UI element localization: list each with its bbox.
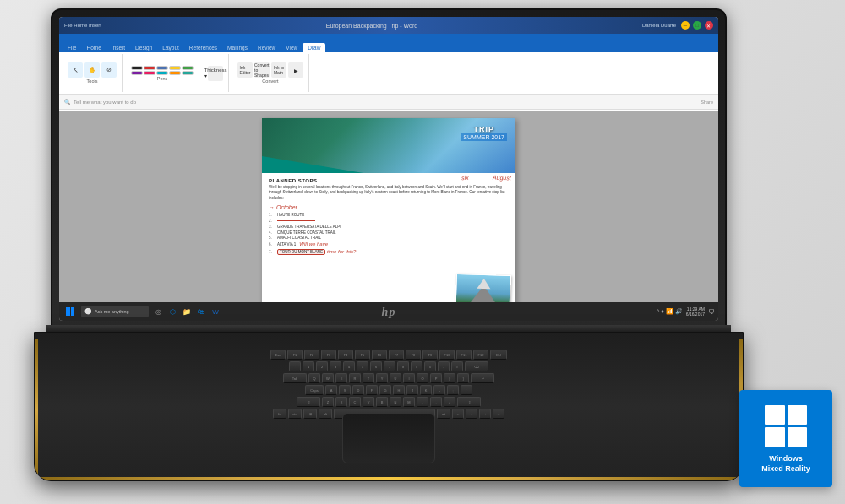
pen-yellow[interactable] [169, 66, 181, 70]
taskbar-cortana[interactable]: ◎ [152, 306, 164, 317]
key-f2[interactable]: F2 [304, 350, 319, 360]
key-minus[interactable]: - [438, 361, 450, 371]
key-x[interactable]: X [335, 397, 347, 407]
key-z[interactable]: Z [322, 397, 334, 407]
pen-purple[interactable] [131, 71, 143, 75]
key-fn-left[interactable]: fn [273, 409, 286, 419]
key-n[interactable]: N [390, 397, 401, 407]
key-slash[interactable]: / [444, 397, 455, 407]
tab-insert[interactable]: Insert [106, 43, 130, 52]
key-quote[interactable]: ' [461, 385, 472, 395]
maximize-button[interactable]: □ [693, 21, 701, 30]
key-1[interactable]: 1 [303, 361, 314, 371]
key-p[interactable]: P [430, 373, 442, 383]
key-8[interactable]: 8 [397, 361, 409, 371]
taskbar-explorer[interactable]: 📁 [181, 306, 193, 317]
tab-view[interactable]: View [281, 43, 303, 52]
pen-black[interactable] [131, 66, 143, 70]
key-f11[interactable]: F11 [456, 350, 472, 360]
tab-draw[interactable]: Draw [303, 43, 325, 52]
tab-home[interactable]: Home [81, 43, 106, 52]
pen-red[interactable] [144, 66, 155, 70]
key-alt-right[interactable]: alt [437, 409, 450, 419]
key-alt-left[interactable]: alt [319, 409, 332, 419]
pen-blue[interactable] [156, 66, 168, 70]
key-c[interactable]: C [349, 397, 361, 407]
key-y[interactable]: Y [376, 373, 388, 383]
key-arrow-up[interactable]: ↑ [466, 409, 477, 419]
key-lbracket[interactable]: [ [444, 373, 455, 383]
key-i[interactable]: I [403, 373, 415, 383]
key-a[interactable]: A [325, 385, 337, 395]
key-q[interactable]: Q [308, 373, 320, 383]
key-0[interactable]: 0 [424, 361, 436, 371]
key-period[interactable]: . [430, 397, 442, 407]
key-f8[interactable]: F8 [406, 350, 421, 360]
taskbar-store[interactable]: 🛍 [195, 306, 207, 317]
key-f1[interactable]: F1 [287, 350, 303, 360]
tab-file[interactable]: File [63, 43, 81, 52]
touchpad[interactable] [342, 413, 435, 463]
key-e[interactable]: E [335, 373, 347, 383]
pen-mint[interactable] [182, 71, 194, 75]
key-b[interactable]: B [376, 397, 388, 407]
key-v[interactable]: V [363, 397, 374, 407]
taskbar-edge[interactable]: ⬡ [166, 306, 178, 317]
key-f5[interactable]: F5 [355, 350, 370, 360]
taskbar-word[interactable]: W [210, 306, 221, 317]
key-5[interactable]: 5 [357, 361, 368, 371]
tab-references[interactable]: References [184, 43, 222, 52]
key-capslock[interactable]: Caps [305, 385, 324, 395]
key-tab[interactable]: Tab [283, 373, 307, 383]
key-u[interactable]: U [390, 373, 401, 383]
taskbar-search-bar[interactable]: ⚪ Ask me anything [81, 306, 149, 317]
key-arrow-right[interactable]: → [493, 409, 504, 419]
key-j[interactable]: J [406, 385, 418, 395]
key-9[interactable]: 9 [411, 361, 422, 371]
key-l[interactable]: L [433, 385, 445, 395]
key-arrow-left[interactable]: ← [452, 409, 464, 419]
key-m[interactable]: M [403, 397, 415, 407]
close-button[interactable]: ✕ [705, 21, 713, 30]
key-t[interactable]: T [363, 373, 374, 383]
key-esc[interactable]: Esc [270, 350, 286, 360]
key-backtick[interactable]: ` [289, 361, 301, 371]
key-enter[interactable]: ↵ [471, 373, 494, 383]
key-g[interactable]: G [379, 385, 391, 395]
key-4[interactable]: 4 [343, 361, 355, 371]
minimize-button[interactable]: ─ [681, 21, 690, 30]
pen-pink[interactable] [144, 71, 155, 75]
key-w[interactable]: W [322, 373, 334, 383]
key-d[interactable]: D [352, 385, 364, 395]
pen-teal[interactable] [156, 71, 168, 75]
tab-layout[interactable]: Layout [157, 43, 184, 52]
share-button[interactable]: Share [701, 100, 713, 105]
ink-to-math[interactable]: Ink toMath [271, 62, 286, 78]
tab-design[interactable]: Design [130, 43, 157, 52]
pen-orange[interactable] [169, 71, 181, 75]
key-equals[interactable]: = [451, 361, 463, 371]
replay[interactable]: ▶ [288, 62, 303, 78]
pen-green[interactable] [182, 66, 194, 70]
key-ctrl-left[interactable]: ctrl [288, 409, 302, 419]
key-7[interactable]: 7 [384, 361, 395, 371]
key-arrow-down[interactable]: ↓ [479, 409, 491, 419]
key-comma[interactable]: , [417, 397, 428, 407]
ink-editor[interactable]: InkEditor [237, 62, 253, 78]
start-button[interactable] [63, 306, 78, 317]
tab-review[interactable]: Review [253, 43, 281, 52]
key-f12[interactable]: F12 [473, 350, 488, 360]
thickness-dropdown[interactable]: Thickness ▾ [208, 66, 223, 81]
key-rbracket[interactable]: ] [457, 373, 469, 383]
key-f7[interactable]: F7 [389, 350, 404, 360]
draw-touch[interactable]: ✋ [84, 62, 100, 78]
key-win[interactable]: ⊞ [303, 409, 317, 419]
key-shift-right[interactable]: ⇧ [457, 397, 481, 407]
key-k[interactable]: K [420, 385, 432, 395]
key-f10[interactable]: F10 [439, 350, 455, 360]
key-3[interactable]: 3 [330, 361, 341, 371]
key-6[interactable]: 6 [370, 361, 382, 371]
key-shift-left[interactable]: ⇧ [297, 397, 320, 407]
key-2[interactable]: 2 [316, 361, 328, 371]
key-f3[interactable]: F3 [321, 350, 336, 360]
